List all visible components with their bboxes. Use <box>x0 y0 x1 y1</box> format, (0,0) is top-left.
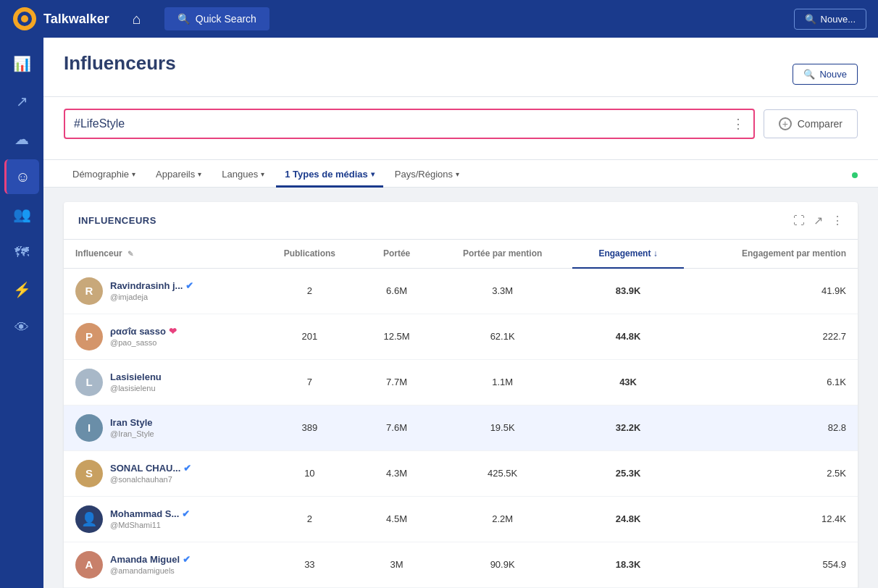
engagement-mention-cell: 41.9K <box>684 268 858 314</box>
compare-button[interactable]: + Comparer <box>764 109 858 138</box>
avatar: I <box>75 414 103 442</box>
col-portee-mention[interactable]: Portée par mention <box>432 240 572 268</box>
table-row[interactable]: I Iran Style @Iran_Style 389 7.6M 19.5K … <box>64 405 858 450</box>
more-icon[interactable]: ⋮ <box>832 214 843 227</box>
export-icon[interactable]: ↗ <box>814 214 823 227</box>
engagement-cell: 32.2K <box>572 405 684 450</box>
publications-cell: 389 <box>259 405 361 450</box>
portee-cell: 12.5M <box>361 314 433 359</box>
nouvelles-button[interactable]: 🔍 Nouve <box>793 64 858 85</box>
demographie-label: Démographie <box>72 169 129 180</box>
publications-cell: 201 <box>259 314 361 359</box>
search-input-container[interactable]: ⋮ <box>64 109 755 139</box>
table-row[interactable]: R Ravindrasinh j... ✔ @imjadeja 2 6.6M 3… <box>64 268 858 314</box>
influencer-cell: 👤 Mohammad S... ✔ @MdShami11 <box>64 496 259 542</box>
analytics-icon: 📊 <box>13 55 31 72</box>
influencer-name: ρασΐα sasso ❤ <box>110 326 177 337</box>
app-layout: 📊 ↗ ☁ ☺ 👥 🗺 ⚡ 👁 Influenceurs 🔍 <box>0 38 878 588</box>
col-engagement[interactable]: Engagement ↓ <box>572 240 684 268</box>
pays-regions-chevron: ▾ <box>456 170 459 178</box>
engagement-mention-cell: 2.5K <box>684 450 858 496</box>
engagement-mention-cell: 554.9 <box>684 542 858 587</box>
avatar: 👤 <box>75 505 103 533</box>
sidebar-item-trends[interactable]: ↗ <box>4 84 39 119</box>
influencer-handle: @Iran_Style <box>110 429 154 438</box>
home-button[interactable]: ⌂ <box>124 7 150 32</box>
logo: Talkwalker <box>12 6 109 32</box>
portee-cell: 6.6M <box>361 268 433 314</box>
table-row[interactable]: A Amanda Miguel ✔ @amandamiguels 33 3M 9… <box>64 542 858 587</box>
portee-mention-cell: 3.3M <box>432 268 572 314</box>
filter-pays-regions[interactable]: Pays/Régions ▾ <box>386 163 468 188</box>
content-section: INFLUENCEURS ⛶ ↗ ⋮ Influenceur ✎ <box>43 188 878 588</box>
expand-icon[interactable]: ⛶ <box>793 214 805 227</box>
engagement-mention-cell: 82.8 <box>684 405 858 450</box>
new-button-label: Nouve... <box>821 14 856 25</box>
sidebar-item-people[interactable]: 👥 <box>4 197 39 232</box>
influenceur-sort-icon: ✎ <box>127 250 133 258</box>
influencer-name: Mohammad S... ✔ <box>110 508 190 519</box>
more-options-icon[interactable]: ⋮ <box>732 116 745 132</box>
col-engagement-mention[interactable]: Engagement par mention <box>684 240 858 268</box>
pays-regions-label: Pays/Régions <box>395 169 453 180</box>
quick-search-button[interactable]: 🔍 Quick Search <box>164 7 269 30</box>
portee-mention-cell: 2.2M <box>432 496 572 542</box>
table-row[interactable]: P ρασΐα sasso ❤ @pao_sasso 201 12.5M 62.… <box>64 314 858 359</box>
verified-icon: ✔ <box>185 280 193 291</box>
influencer-name: Amanda Miguel ✔ <box>110 554 191 565</box>
filter-bar: Démographie ▾ Appareils ▾ Langues ▾ 1 Ty… <box>43 160 878 188</box>
portee-mention-cell: 425.5K <box>432 450 572 496</box>
engagement-cell: 25.3K <box>572 450 684 496</box>
new-button[interactable]: 🔍 Nouve... <box>794 9 866 30</box>
sidebar-item-eye[interactable]: 👁 <box>4 310 39 345</box>
filter-langues[interactable]: Langues ▾ <box>213 163 273 188</box>
engagement-mention-cell: 222.7 <box>684 314 858 359</box>
langues-chevron: ▾ <box>261 170 264 178</box>
col-publications[interactable]: Publications <box>259 240 361 268</box>
portee-cell: 4.5M <box>361 496 433 542</box>
filter-appareils[interactable]: Appareils ▾ <box>147 163 210 188</box>
sidebar-item-cloud[interactable]: ☁ <box>4 122 39 156</box>
filter-types-medias[interactable]: 1 Types de médias ▾ <box>276 163 383 188</box>
engagement-cell: 24.8K <box>572 496 684 542</box>
sidebar-item-influencers[interactable]: ☺ <box>4 159 39 194</box>
search-input[interactable] <box>74 117 732 130</box>
card-header: INFLUENCEURS ⛶ ↗ ⋮ <box>64 202 858 240</box>
svg-point-2 <box>21 15 28 22</box>
langues-label: Langues <box>222 169 258 180</box>
influencer-handle: @MdShami11 <box>110 521 190 529</box>
search-area: ⋮ + Comparer <box>43 97 878 160</box>
portee-cell: 7.7M <box>361 359 433 405</box>
verified-icon: ✔ <box>183 554 191 565</box>
nav-right: 🔍 Nouve... <box>794 9 866 30</box>
publications-cell: 7 <box>259 359 361 405</box>
home-icon: ⌂ <box>133 11 141 27</box>
sidebar-item-map[interactable]: 🗺 <box>4 235 39 269</box>
quick-search-label: Quick Search <box>196 13 256 25</box>
influencers-table: Influenceur ✎ Publications Portée Portée… <box>64 240 858 588</box>
filter-demographie[interactable]: Démographie ▾ <box>64 163 144 188</box>
card-actions: ⛶ ↗ ⋮ <box>793 214 843 227</box>
engagement-cell: 44.8K <box>572 314 684 359</box>
avatar: R <box>75 277 103 305</box>
col-portee[interactable]: Portée <box>361 240 433 268</box>
sidebar-item-signals[interactable]: ⚡ <box>4 272 39 307</box>
portee-mention-cell: 62.1K <box>432 314 572 359</box>
sidebar-item-analytics[interactable]: 📊 <box>4 46 39 81</box>
table-header-row: Influenceur ✎ Publications Portée Portée… <box>64 240 858 268</box>
table-row[interactable]: L Lasisielenu @lasisielenu 7 7.7M 1.1M 4… <box>64 359 858 405</box>
table-row[interactable]: 👤 Mohammad S... ✔ @MdShami11 2 4.5M 2.2M… <box>64 496 858 542</box>
nouvelles-label: Nouve <box>819 69 847 80</box>
types-medias-label: 1 Types de médias <box>285 169 368 180</box>
col-influenceur[interactable]: Influenceur ✎ <box>64 240 259 268</box>
influencer-cell: A Amanda Miguel ✔ @amandamiguels <box>64 542 259 587</box>
logo-text: Talkwalker <box>43 12 109 27</box>
influencer-name: SONAL CHAU... ✔ <box>110 463 191 474</box>
portee-mention-cell: 1.1M <box>432 359 572 405</box>
table-row[interactable]: S SONAL CHAU... ✔ @sonalchauhan7 10 4.3M… <box>64 450 858 496</box>
publications-cell: 10 <box>259 450 361 496</box>
page-title: Influenceurs <box>64 52 176 86</box>
demographie-chevron: ▾ <box>132 170 135 178</box>
portee-cell: 3M <box>361 542 433 587</box>
influencer-name: Ravindrasinh j... ✔ <box>110 280 193 291</box>
